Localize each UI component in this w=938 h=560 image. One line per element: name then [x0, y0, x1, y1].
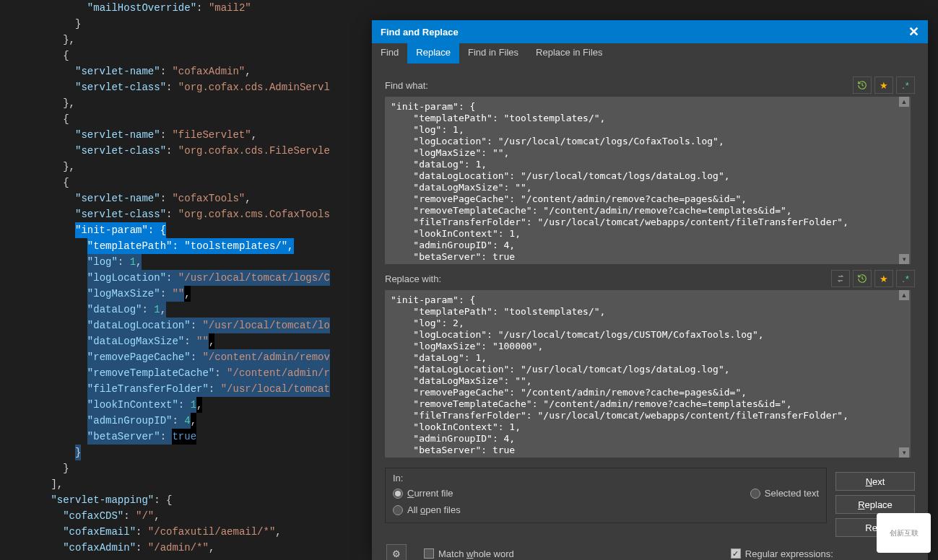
favorite-icon[interactable]: ★	[874, 76, 893, 94]
close-icon[interactable]: ✕	[908, 24, 919, 40]
radio-current-file[interactable]: Current file	[393, 488, 453, 499]
in-label: In:	[393, 473, 819, 484]
next-button[interactable]: Next	[835, 472, 915, 491]
tab-find[interactable]: Find	[372, 43, 407, 64]
scrollbar[interactable]: ▲▾	[898, 290, 911, 458]
history-icon[interactable]	[853, 76, 872, 94]
watermark-logo: 创新互联	[877, 513, 931, 553]
radio-all-open-files[interactable]: All open files	[393, 504, 819, 515]
replace-with-label: Replace with:	[385, 274, 441, 284]
in-scope-box: In: Current file Selected text All open …	[385, 468, 827, 523]
regex-icon[interactable]: .*	[896, 76, 915, 94]
swap-icon[interactable]	[831, 270, 850, 287]
tab-replace[interactable]: Replace	[407, 43, 459, 64]
history-icon[interactable]	[853, 270, 872, 287]
scrollbar[interactable]: ▲▾	[898, 97, 911, 264]
dialog-titlebar[interactable]: Find and Replace ✕	[372, 20, 928, 43]
favorite-icon[interactable]: ★	[874, 270, 893, 287]
dialog-title: Find and Replace	[381, 27, 459, 38]
replace-button[interactable]: Replace	[835, 495, 915, 514]
find-replace-dialog: Find and Replace ✕ FindReplaceFind in Fi…	[372, 20, 928, 560]
tab-find-in-files[interactable]: Find in Files	[459, 43, 527, 64]
dialog-tabs: FindReplaceFind in FilesReplace in Files	[372, 43, 928, 64]
replace-input[interactable]	[385, 290, 898, 458]
find-what-label: Find what:	[385, 80, 428, 91]
match-whole-word-checkbox[interactable]: Match whole word	[424, 548, 514, 559]
regex-checkbox[interactable]: ✓Regular expressions:	[731, 548, 833, 559]
gear-icon[interactable]: ⚙	[386, 544, 407, 560]
radio-selected-text[interactable]: Selected text	[750, 488, 819, 499]
regex-icon[interactable]: .*	[896, 270, 915, 287]
find-input[interactable]	[385, 97, 898, 264]
tab-replace-in-files[interactable]: Replace in Files	[527, 43, 612, 64]
